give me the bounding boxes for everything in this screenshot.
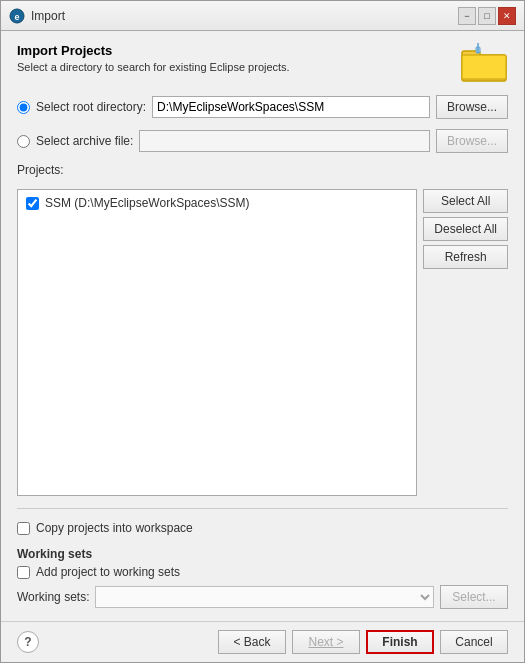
browse-archive-button[interactable]: Browse... [436,129,508,153]
folder-icon [460,43,508,83]
select-root-radio[interactable] [17,101,30,114]
dialog-title: Import [31,9,65,23]
working-sets-dropdown[interactable] [95,586,434,608]
projects-area: SSM (D:\MyEclipseWorkSpaces\SSM) Select … [17,189,508,496]
select-all-button[interactable]: Select All [423,189,508,213]
page-title: Import Projects [17,43,290,58]
working-sets-input-row: Working sets: Select... [17,585,508,609]
working-sets-title: Working sets [17,547,508,561]
page-subtitle: Select a directory to search for existin… [17,61,290,73]
copy-projects-label[interactable]: Copy projects into workspace [36,521,193,535]
deselect-all-button[interactable]: Deselect All [423,217,508,241]
add-working-set-checkbox[interactable] [17,566,30,579]
separator-1 [17,508,508,509]
minimize-button[interactable]: − [458,7,476,25]
archive-file-input[interactable] [139,130,430,152]
title-bar: e Import − □ ✕ [1,1,524,31]
select-root-row: Select root directory: Browse... [17,95,508,119]
project-checkbox[interactable] [26,197,39,210]
select-archive-row: Select archive file: Browse... [17,129,508,153]
svg-rect-4 [462,55,506,79]
working-sets-label: Working sets: [17,590,89,604]
back-button[interactable]: < Back [218,630,286,654]
projects-buttons: Select All Deselect All Refresh [423,189,508,496]
header-text: Import Projects Select a directory to se… [17,43,290,73]
working-sets-section: Working sets Add project to working sets… [17,547,508,609]
root-directory-input[interactable] [152,96,430,118]
dialog-content: Import Projects Select a directory to se… [1,31,524,621]
next-button[interactable]: Next > [292,630,360,654]
help-button[interactable]: ? [17,631,39,653]
refresh-button[interactable]: Refresh [423,245,508,269]
add-to-working-sets-row: Add project to working sets [17,565,508,579]
dialog-footer: ? < Back Next > Finish Cancel [1,621,524,662]
app-icon: e [9,8,25,24]
header-section: Import Projects Select a directory to se… [17,43,508,83]
copy-projects-checkbox[interactable] [17,522,30,535]
add-working-set-label[interactable]: Add project to working sets [36,565,180,579]
select-archive-radio[interactable] [17,135,30,148]
finish-button[interactable]: Finish [366,630,434,654]
select-archive-label[interactable]: Select archive file: [36,134,133,148]
close-button[interactable]: ✕ [498,7,516,25]
window-controls: − □ ✕ [458,7,516,25]
project-label: SSM (D:\MyEclipseWorkSpaces\SSM) [45,196,250,210]
browse-root-button[interactable]: Browse... [436,95,508,119]
project-item: SSM (D:\MyEclipseWorkSpaces\SSM) [22,194,412,212]
import-dialog: e Import − □ ✕ Import Projects Select a … [0,0,525,663]
copy-projects-row: Copy projects into workspace [17,521,508,535]
next-button-label: Next > [308,635,343,649]
cancel-button[interactable]: Cancel [440,630,508,654]
maximize-button[interactable]: □ [478,7,496,25]
svg-text:e: e [14,12,19,22]
working-sets-select-button[interactable]: Select... [440,585,508,609]
select-root-label[interactable]: Select root directory: [36,100,146,114]
projects-section-label: Projects: [17,163,508,177]
projects-list[interactable]: SSM (D:\MyEclipseWorkSpaces\SSM) [17,189,417,496]
